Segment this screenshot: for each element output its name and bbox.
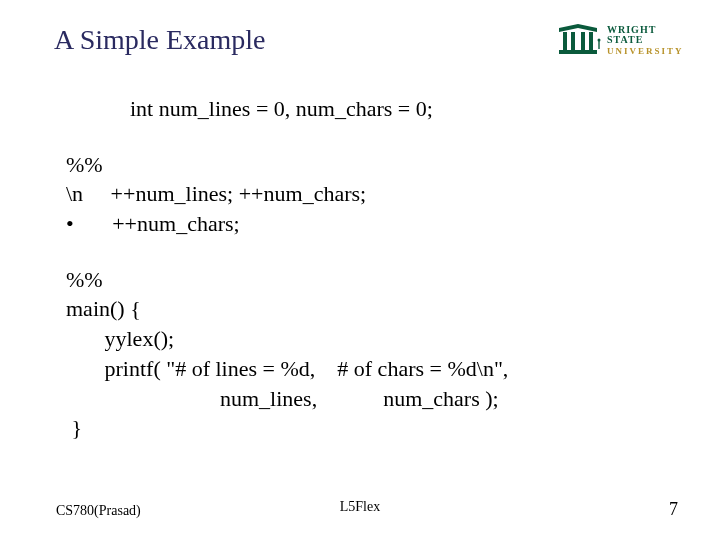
slide-title: A Simple Example: [54, 24, 266, 56]
logo-text: WRIGHT STATE UNIVERSITY: [607, 25, 684, 56]
svg-rect-0: [563, 32, 567, 50]
footer-center: L5Flex: [340, 499, 380, 515]
svg-rect-3: [589, 32, 593, 50]
code-body: int num_lines = 0, num_chars = 0; %% \n …: [66, 94, 660, 443]
code-block-1: %% \n ++num_lines; ++num_chars; • ++num_…: [66, 150, 660, 239]
footer-page-number: 7: [669, 499, 678, 520]
code-block-2: %% main() { yylex(); printf( "# of lines…: [66, 265, 660, 443]
svg-rect-6: [598, 41, 599, 49]
logo-line2: UNIVERSITY: [607, 47, 684, 56]
slide-footer: CS780(Prasad) L5Flex 7: [0, 499, 720, 520]
university-logo: WRIGHT STATE UNIVERSITY: [555, 20, 675, 60]
decl-line: int num_lines = 0, num_chars = 0;: [66, 94, 660, 124]
svg-rect-1: [571, 32, 575, 50]
footer-left: CS780(Prasad): [56, 503, 141, 519]
svg-rect-2: [581, 32, 585, 50]
svg-rect-4: [559, 50, 597, 54]
logo-mark-icon: [555, 22, 601, 58]
logo-line1: WRIGHT STATE: [607, 25, 684, 45]
